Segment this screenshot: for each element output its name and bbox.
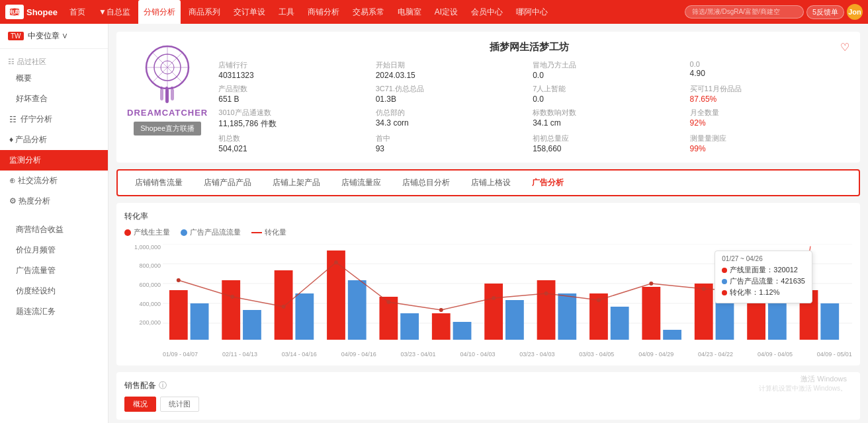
tab-ad-analysis[interactable]: 广告分析 xyxy=(521,171,574,196)
tooltip-row-2: 广告产品流量：421635 xyxy=(722,276,805,286)
sidebar-item-social-flow[interactable]: ⊕ 社交流分析 xyxy=(0,171,108,191)
stat-99percent: 测量量测应 99% xyxy=(690,134,840,153)
legend-dot-3 xyxy=(251,232,262,233)
store-header-card: DREAMCATCHER Shopee直方联播 插梦网生活梦工坊 店铺行行 40… xyxy=(116,32,860,163)
tab-store-sales[interactable]: 店铺销售流量 xyxy=(124,171,193,196)
main-container: TW 中变位章 ∨ ☷ 品过社区 概要 好坏查合 ☷ 仔宁分析 ♦ 产品分析 监… xyxy=(0,24,868,423)
x-label-12: 04/09 - 05/01 xyxy=(817,351,852,358)
stat-value-4: 0.0 4.90 xyxy=(690,60,840,80)
store-logo-area: DREAMCATCHER Shopee直方联播 xyxy=(127,41,208,135)
sidebar-item-heat-analysis[interactable]: ⚙ 热度分析 xyxy=(0,191,108,212)
store-selector[interactable]: TW 中变位章 ∨ xyxy=(0,24,108,49)
x-label-6: 04/10 - 04/03 xyxy=(460,351,495,358)
sidebar-item-imitation-econ[interactable]: 仿度经设约 xyxy=(0,281,108,301)
legend-label-3: 转化量 xyxy=(265,227,286,237)
nav-product-series[interactable]: 商品系列 xyxy=(183,0,226,24)
nav-search[interactable]: 筛选/黑液/DsgRA/富塑/商建空 xyxy=(685,5,804,19)
stat-nov-products: 买可11月份品品 87.65% xyxy=(690,84,840,104)
sidebar-item-monitor-analysis[interactable]: 监测分析 xyxy=(0,150,108,171)
sidebar-item-revenue[interactable]: 商营结合收益 xyxy=(0,219,108,240)
tooltip-label-3: 转化率：1.12% xyxy=(730,288,779,297)
store-badge: TW xyxy=(8,32,24,40)
stat-7-people: 7人上暂能 0.0 xyxy=(533,84,683,104)
store-info-area: 插梦网生活梦工坊 店铺行行 40311323 开始日期 2024.03.15 xyxy=(218,41,849,153)
svg-point-45 xyxy=(177,278,181,282)
sidebar-group-operations xyxy=(0,214,108,219)
tab-store-shelf[interactable]: 店铺上架产品 xyxy=(262,171,331,196)
nav-home[interactable]: 首页 xyxy=(64,0,91,24)
user-initial: Jon xyxy=(848,8,861,16)
sidebar-item-order-analysis[interactable]: ☷ 仔宁分析 xyxy=(0,109,108,130)
feedback-button[interactable]: 5反馈单 xyxy=(806,5,844,19)
sidebar-item-product-analysis[interactable]: ♦ 产品分析 xyxy=(0,130,108,150)
filter-chart-button[interactable]: 统计图 xyxy=(160,397,199,412)
user-avatar[interactable]: Jon xyxy=(847,4,863,20)
x-label-1: 01/09 - 04/07 xyxy=(163,351,198,358)
svg-rect-24 xyxy=(295,293,314,340)
svg-rect-26 xyxy=(348,280,367,340)
svg-point-12 xyxy=(165,87,168,89)
svg-rect-22 xyxy=(243,310,261,340)
tooltip-label-1: 产线里面量：320012 xyxy=(730,265,798,275)
sidebar-item-topic-flow[interactable]: 题连流汇务 xyxy=(0,301,108,322)
sidebar-item-goodbad[interactable]: 好坏查合 xyxy=(0,89,108,109)
svg-text:电商: 电商 xyxy=(9,9,20,15)
tooltip-row-3: 转化率：1.12% xyxy=(722,288,805,297)
tab-store-flow[interactable]: 店铺流量应 xyxy=(331,171,392,196)
tab-store-format[interactable]: 店铺上格设 xyxy=(460,171,521,196)
x-label-4: 04/09 - 04/16 xyxy=(341,351,376,358)
x-label-3: 03/14 - 04/16 xyxy=(282,351,317,358)
legend-item-2: 广告产品流流量 xyxy=(181,227,241,237)
svg-point-49 xyxy=(386,300,390,304)
svg-point-53 xyxy=(597,298,601,302)
sidebar-group-header-store: ☷ 品过社区 xyxy=(0,53,108,68)
nav-self-total[interactable]: ▼自总监 xyxy=(93,0,136,24)
nav-help-center[interactable]: 哪阿中心 xyxy=(511,0,553,24)
svg-point-13 xyxy=(171,87,173,89)
sidebar-item-ad-flow[interactable]: 广告流量管 xyxy=(0,260,108,281)
sidebar-item-overview[interactable]: 概要 xyxy=(0,68,108,89)
shopee-link-button[interactable]: Shopee直方联播 xyxy=(134,122,201,135)
svg-rect-44 xyxy=(820,303,839,340)
nav-tools[interactable]: 工具 xyxy=(273,0,300,24)
sidebar-item-price-monthly[interactable]: 价位月频管 xyxy=(0,240,108,260)
nav-orders[interactable]: 交订单设 xyxy=(228,0,271,24)
nav-distribution-analysis[interactable]: 分销分析 xyxy=(138,0,181,24)
nav-computer[interactable]: 电脑室 xyxy=(392,0,427,24)
x-label-9: 04/09 - 04/29 xyxy=(638,351,673,358)
legend-dot-2 xyxy=(181,229,187,236)
svg-rect-42 xyxy=(768,300,787,340)
sidebar: TW 中变位章 ∨ ☷ 品过社区 概要 好坏查合 ☷ 仔宁分析 ♦ 产品分析 监… xyxy=(0,24,108,423)
favorite-icon[interactable]: ♡ xyxy=(840,41,849,54)
svg-point-46 xyxy=(230,295,234,299)
info-icon[interactable]: ⓘ xyxy=(159,380,167,391)
svg-rect-8 xyxy=(160,89,163,100)
windows-title: 激活 Windows xyxy=(759,374,847,384)
tab-store-products[interactable]: 店铺产品产品 xyxy=(193,171,262,196)
logo-area: 电商 Shopee xyxy=(5,5,58,19)
tab-store-target[interactable]: 店铺总目分析 xyxy=(392,171,460,196)
svg-rect-32 xyxy=(505,300,524,340)
dreamcatcher-logo xyxy=(131,41,204,104)
stat-start-date: 开始日期 2024.03.15 xyxy=(376,60,526,80)
sidebar-section: ☷ 品过社区 概要 好坏查合 ☷ 仔宁分析 ♦ 产品分析 监测分析 ⊕ 社交流分… xyxy=(0,49,108,326)
chart-legend: 产线生主量 广告产品流流量 转化量 xyxy=(124,227,852,237)
filter-overview-button[interactable]: 概况 xyxy=(124,397,156,412)
stat-total-products: 3010产品通速数 11,185,786 件数 xyxy=(218,108,369,130)
brand-logo: 电商 xyxy=(5,5,24,19)
store-stats-grid: 店铺行行 40311323 开始日期 2024.03.15 冒地乃方土品 0.0 xyxy=(218,60,840,153)
nav-ai[interactable]: AI定设 xyxy=(429,0,463,24)
nav-member-center[interactable]: 会员中心 xyxy=(466,0,508,24)
nav-store-analysis[interactable]: 商铺分析 xyxy=(302,0,345,24)
filter-buttons: 概况 统计图 xyxy=(124,397,852,412)
svg-rect-19 xyxy=(169,290,188,340)
svg-rect-39 xyxy=(695,284,713,340)
svg-point-50 xyxy=(439,308,443,312)
chart-wrapper: 1,000,000 800,000 600,000 400,000 200,00… xyxy=(124,244,852,350)
chart-title: 转化率 xyxy=(124,211,852,222)
x-axis-labels: 01/09 - 04/07 02/11 - 04/13 03/14 - 04/1… xyxy=(124,350,852,358)
nav-transactions[interactable]: 交易系常 xyxy=(347,0,390,24)
svg-rect-38 xyxy=(663,330,681,340)
chart-tooltip: 01/27 ~ 04/26 产线里面量：320012 广告产品流量：421635… xyxy=(715,250,812,303)
svg-rect-30 xyxy=(453,322,472,340)
